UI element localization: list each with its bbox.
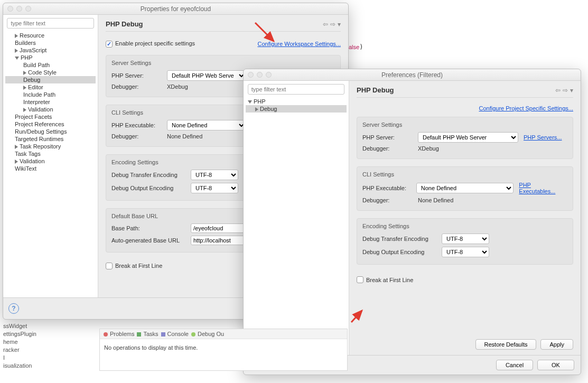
cli-settings-section: CLI Settings PHP Executable: None Define… — [357, 166, 573, 211]
tab-tasks[interactable]: Tasks — [136, 331, 158, 337]
nav-back-icon[interactable]: ⇦ — [323, 21, 328, 28]
category-tree[interactable]: Resource Builders JavaScript PHP Build P… — [5, 32, 96, 172]
tree-node-project-facets[interactable]: Project Facets — [5, 113, 96, 120]
transfer-encoding-select[interactable]: UTF-8 — [442, 233, 489, 244]
tree-node-task-repository[interactable]: Task Repository — [5, 143, 96, 150]
php-executables-link[interactable]: PHP Executables... — [519, 182, 567, 194]
tree-node-interpreter[interactable]: Interpreter — [5, 98, 96, 106]
nav-forward-icon[interactable]: ⇨ — [330, 21, 335, 28]
properties-tree-panel: Resource Builders JavaScript PHP Build P… — [3, 15, 98, 297]
tree-node-run-debug[interactable]: Run/Debug Settings — [5, 128, 96, 135]
tree-node-php[interactable]: PHP — [5, 54, 96, 61]
tree-node-debug[interactable]: Debug — [246, 105, 347, 113]
tree-node-task-tags[interactable]: Task Tags — [5, 150, 96, 157]
nav-menu-icon[interactable]: ▾ — [570, 87, 573, 94]
nav-forward-icon[interactable]: ⇨ — [563, 87, 568, 94]
tree-node-php[interactable]: PHP — [246, 98, 347, 105]
category-tree[interactable]: PHP Debug — [246, 98, 347, 113]
tree-node-debug[interactable]: Debug — [5, 76, 96, 83]
filter-input[interactable] — [248, 84, 344, 95]
background-side-list: ssWidget ettingsPlugin heme racker I isu… — [0, 322, 58, 370]
svg-point-2 — [104, 332, 108, 337]
auto-base-url-input[interactable] — [191, 236, 249, 245]
svg-rect-3 — [137, 332, 141, 337]
tree-node-project-references[interactable]: Project References — [5, 120, 96, 128]
tree-node-javascript[interactable]: JavaScript — [5, 46, 96, 54]
tree-node-editor[interactable]: Editor — [5, 83, 96, 91]
svg-rect-4 — [161, 332, 165, 337]
php-executable-select[interactable]: None Defined — [167, 120, 246, 130]
server-settings-section: Server Settings PHP Server: Default PHP … — [357, 117, 573, 159]
filter-input[interactable] — [7, 18, 94, 29]
encoding-settings-section: Encoding Settings Debug Transfer Encodin… — [357, 218, 573, 265]
no-operations-message: No operations to display at this time. — [100, 339, 347, 356]
tree-node-resource[interactable]: Resource — [5, 32, 96, 39]
bottom-views-panel: Problems Tasks Console Debug Ou No opera… — [99, 329, 348, 371]
apply-button[interactable]: Apply — [540, 339, 573, 350]
php-servers-link[interactable]: PHP Servers... — [524, 134, 562, 141]
base-path-input[interactable] — [191, 223, 249, 233]
tree-node-wikitext[interactable]: WikiText — [5, 165, 96, 172]
svg-point-5 — [191, 332, 195, 337]
editor-code-fragment: alse) — [349, 43, 363, 51]
configure-project-settings-link[interactable]: Configure Project Specific Settings... — [479, 105, 573, 111]
transfer-encoding-select[interactable]: UTF-8 — [191, 170, 238, 180]
preferences-tree-panel: PHP Debug — [244, 81, 349, 355]
nav-menu-icon[interactable]: ▾ — [338, 21, 341, 28]
tree-node-targeted-runtimes[interactable]: Targeted Runtimes — [5, 135, 96, 143]
output-encoding-select[interactable]: UTF-8 — [442, 247, 489, 257]
output-encoding-select[interactable]: UTF-8 — [191, 183, 238, 193]
tree-node-code-style[interactable]: Code Style — [5, 69, 96, 76]
tree-node-include-path[interactable]: Include Path — [5, 91, 96, 98]
window-title: Preferences (Filtered) — [244, 71, 581, 79]
enable-project-specific-checkbox[interactable]: Enable project specific settings — [106, 40, 195, 48]
nav-back-icon[interactable]: ⇦ — [555, 87, 561, 94]
php-server-select[interactable]: Default PHP Web Serve — [167, 70, 246, 81]
titlebar[interactable]: Properties for eyeofcloud — [3, 3, 348, 15]
configure-workspace-settings-link[interactable]: Configure Workspace Settings... — [257, 41, 341, 47]
restore-defaults-button[interactable]: Restore Defaults — [475, 339, 537, 350]
page-nav-icons: ⇦ ⇨ ▾ — [323, 21, 341, 28]
tree-node-build-path[interactable]: Build Path — [5, 61, 96, 69]
tab-console[interactable]: Console — [161, 331, 189, 337]
php-server-select[interactable]: Default PHP Web Server — [418, 132, 518, 143]
php-executable-select[interactable]: None Defined — [416, 183, 514, 193]
tree-node-builders[interactable]: Builders — [5, 39, 96, 46]
break-first-line-checkbox[interactable]: Break at First Line — [357, 276, 573, 283]
tree-node-validation2[interactable]: Validation — [5, 157, 96, 165]
tab-debug-output[interactable]: Debug Ou — [191, 331, 224, 337]
cancel-button[interactable]: Cancel — [496, 360, 533, 370]
ok-button[interactable]: OK — [537, 360, 574, 370]
page-nav-icons: ⇦ ⇨ ▾ — [555, 87, 573, 94]
page-title: PHP Debug — [106, 20, 143, 28]
window-title: Properties for eyeofcloud — [3, 5, 348, 13]
tree-node-validation[interactable]: Validation — [5, 106, 96, 113]
help-icon[interactable]: ? — [8, 303, 19, 314]
tab-problems[interactable]: Problems — [103, 331, 134, 337]
page-title: PHP Debug — [357, 86, 394, 94]
titlebar[interactable]: Preferences (Filtered) — [244, 69, 581, 81]
